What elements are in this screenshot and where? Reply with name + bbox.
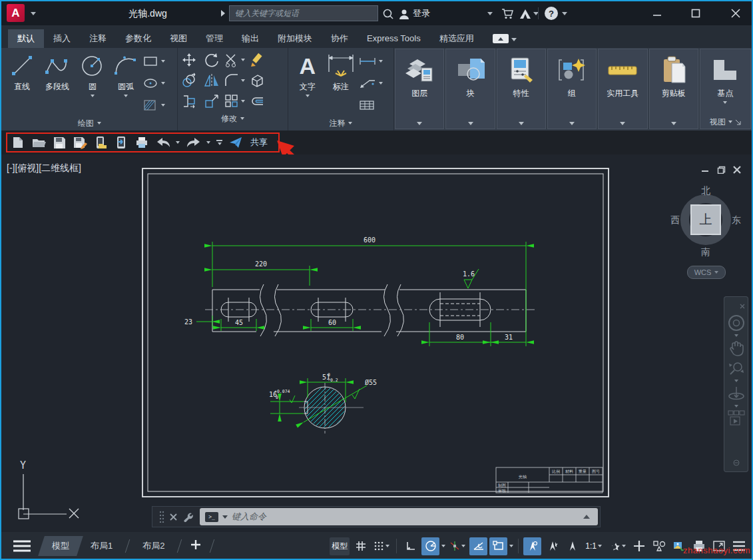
nav-orbit-caret-icon[interactable] (734, 405, 738, 408)
view-panel-label[interactable]: 视图 (710, 115, 741, 129)
trim-icon[interactable] (224, 52, 245, 68)
ribbon-minimize-button[interactable] (493, 34, 509, 43)
snap-mode-button[interactable] (372, 537, 391, 555)
isolate-objects-button[interactable] (650, 537, 668, 555)
help-icon[interactable]: ? (545, 7, 558, 20)
minimize-button[interactable] (646, 5, 668, 21)
linear-dim-caret-icon[interactable] (379, 60, 383, 63)
file-tab-arrow-icon[interactable] (221, 10, 225, 17)
ellipse-caret-icon[interactable] (161, 82, 165, 85)
group-caret-icon[interactable] (569, 122, 575, 125)
login-caret-icon[interactable] (487, 12, 493, 15)
arc-caret-icon[interactable] (124, 95, 128, 97)
command-prompt-caret-icon[interactable] (222, 515, 228, 519)
text-button[interactable]: A 文字 (292, 51, 323, 116)
navigation-bar[interactable] (724, 296, 748, 472)
command-history-icon[interactable] (583, 515, 590, 519)
tab-home[interactable]: 默认 (8, 29, 44, 48)
tab-output[interactable]: 输出 (232, 29, 268, 48)
tab-view[interactable]: 视图 (160, 29, 196, 48)
tab-manage[interactable]: 管理 (196, 29, 232, 48)
qat-customize-icon[interactable] (216, 140, 222, 145)
clipboard-caret-icon[interactable] (671, 122, 676, 125)
basepoint-caret-icon[interactable] (723, 101, 727, 104)
leader-caret-icon[interactable] (379, 82, 383, 85)
viewcube-south[interactable]: 南 (701, 246, 710, 258)
osnap-2d-caret-icon[interactable] (509, 545, 513, 547)
osnap-button[interactable] (469, 537, 487, 555)
line-button[interactable]: 直线 (5, 51, 39, 116)
viewcube-north[interactable]: 北 (701, 185, 710, 197)
app-menu-caret-icon[interactable] (31, 12, 36, 15)
clean-screen-button[interactable] (710, 537, 728, 555)
cart-icon[interactable] (501, 7, 515, 21)
layers-caret-icon[interactable] (417, 122, 422, 125)
command-input[interactable]: >_ 键入命令 (200, 508, 598, 525)
isodraft-button[interactable] (447, 537, 467, 555)
ellipse-button[interactable] (142, 75, 165, 92)
nav-orbit-icon[interactable] (728, 385, 745, 402)
tab-collaborate[interactable]: 协作 (322, 29, 358, 48)
panel-view[interactable]: 基点 视图 (700, 49, 751, 129)
grid-display-button[interactable] (352, 537, 370, 555)
polar-caret-icon[interactable] (441, 545, 445, 547)
leader-button[interactable] (359, 75, 383, 92)
text-caret-icon[interactable] (306, 95, 310, 97)
erase-icon[interactable] (249, 52, 265, 68)
annotation-autoscale-button[interactable] (543, 537, 561, 555)
ribbon-minimize-caret-icon[interactable] (511, 38, 517, 41)
viewcube-east[interactable]: 东 (732, 214, 741, 226)
user-icon[interactable] (397, 7, 411, 21)
array-icon[interactable] (224, 93, 245, 109)
tab-featured-apps[interactable]: 精选应用 (430, 29, 483, 48)
isodraft-caret-icon[interactable] (461, 545, 465, 547)
wcs-button[interactable]: WCS (687, 266, 726, 279)
panel-utilities[interactable]: 实用工具 (598, 49, 647, 129)
ortho-mode-button[interactable] (401, 537, 419, 555)
command-prompt-icon[interactable]: >_ (205, 512, 218, 522)
login-button[interactable]: 登录 (413, 1, 430, 25)
block-caret-icon[interactable] (468, 122, 473, 125)
panel-layers[interactable]: 图层 (395, 49, 444, 129)
annotation-scale-button[interactable] (563, 537, 581, 555)
search-input[interactable] (229, 5, 378, 21)
modify-panel-label[interactable]: 修改 (178, 111, 287, 126)
annotation-scale-value[interactable]: 1:1 (583, 537, 604, 555)
graphics-performance-button[interactable] (670, 537, 688, 555)
undo-caret-icon[interactable] (176, 141, 180, 144)
nav-zoom-icon[interactable] (728, 360, 745, 377)
linear-dim-button[interactable] (359, 53, 383, 70)
mirror-icon[interactable] (204, 73, 220, 89)
plot-status-button[interactable] (690, 537, 708, 555)
rectangle-caret-icon[interactable] (161, 60, 165, 63)
new-file-icon[interactable] (11, 135, 25, 150)
circle-caret-icon[interactable] (91, 95, 95, 97)
new-layout-button[interactable] (190, 539, 201, 553)
space-toggle-button[interactable]: 模型 (330, 537, 350, 555)
nav-pan-icon[interactable] (728, 340, 744, 357)
nav-wheel-icon[interactable] (728, 314, 745, 332)
fillet-caret-icon[interactable] (241, 79, 245, 82)
rectangle-button[interactable] (142, 53, 165, 70)
tab-model[interactable]: 模型 (41, 536, 80, 556)
tab-express-tools[interactable]: Express Tools (358, 29, 430, 48)
viewcube-top-face[interactable]: 上 (690, 204, 721, 235)
offset-icon[interactable] (249, 93, 265, 109)
trim-caret-icon[interactable] (241, 59, 245, 61)
viewport-restore-icon[interactable] (714, 164, 728, 175)
drawing-canvas[interactable]: [-][俯视][二维线框] 北 西 东 南 上 WCS Y (1, 154, 752, 532)
save-as-icon[interactable] (73, 135, 87, 150)
navbar-close-icon[interactable] (740, 300, 745, 312)
viewcube-west[interactable]: 西 (670, 214, 680, 226)
command-close-icon[interactable] (170, 513, 177, 521)
panel-group[interactable]: 组 (547, 49, 597, 129)
autodesk-logo-icon[interactable] (518, 7, 533, 21)
move-icon[interactable] (181, 52, 197, 68)
app-logo[interactable]: A (7, 4, 25, 22)
command-line[interactable]: >_ 键入命令 (152, 506, 601, 527)
command-drag-handle[interactable] (159, 511, 164, 523)
table-button[interactable] (359, 97, 383, 114)
explode-icon[interactable] (249, 73, 265, 89)
nav-wheel-caret-icon[interactable] (734, 334, 738, 337)
nav-zoom-caret-icon[interactable] (734, 380, 738, 382)
